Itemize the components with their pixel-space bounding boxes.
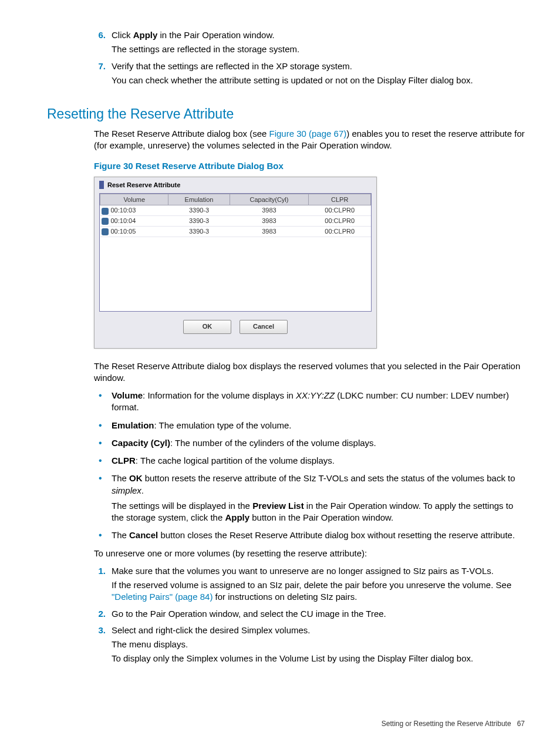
- bold-text: Cancel: [129, 530, 158, 540]
- page: 6. Click Apply in the Pair Operation win…: [0, 0, 560, 746]
- step-body: Verify that the settings are reflected i…: [112, 60, 525, 89]
- volume-table-container: Volume Emulation Capacity(Cyl) CLPR 00:1…: [99, 193, 372, 312]
- text: Go to the Pair Operation window, and sel…: [112, 608, 525, 620]
- bold-text: CLPR: [112, 455, 136, 465]
- text: You can check whether the attribute sett…: [112, 75, 525, 86]
- footer-text: Setting or Resetting the Reserve Attribu…: [382, 720, 511, 728]
- italic-text: simplex: [112, 485, 141, 495]
- step-number: 3.: [88, 625, 112, 667]
- step-number: 6.: [88, 29, 112, 58]
- text: The settings will be displayed in the: [112, 501, 252, 511]
- after-dialog-paragraph: The Reset Reserve Attribute dialog box d…: [94, 360, 525, 384]
- intro-paragraph: The Reset Reserve Attribute dialog box (…: [94, 128, 525, 152]
- dialog-button-row: OK Cancel: [95, 312, 376, 348]
- step-7: 7. Verify that the settings are reflecte…: [47, 60, 525, 89]
- list-item: The Cancel button closes the Reset Reser…: [94, 529, 525, 541]
- cell: 00:10:05: [111, 228, 136, 235]
- col-capacity[interactable]: Capacity(Cyl): [230, 194, 309, 205]
- figure-link[interactable]: Figure 30 (page 67): [269, 129, 347, 139]
- unreserve-intro: To unreserve one or more volumes (by res…: [94, 548, 525, 559]
- step-3: 3. Select and right-click the desired Si…: [47, 625, 525, 667]
- text: Click: [112, 30, 133, 40]
- text: The menu displays.: [112, 639, 525, 650]
- table-row[interactable]: 00:10:04 3390-3 3983 00:CLPR0: [100, 216, 371, 227]
- cancel-button[interactable]: Cancel: [239, 320, 288, 334]
- cell: 3390-3: [168, 216, 230, 227]
- col-clpr[interactable]: CLPR: [309, 194, 371, 205]
- step-body: Select and right-click the desired Simpl…: [112, 625, 525, 667]
- bold-text: Apply: [133, 30, 158, 40]
- cell: 3390-3: [168, 227, 230, 237]
- text: The settings are reflected in the storag…: [112, 43, 525, 55]
- volume-icon: [102, 208, 109, 215]
- text: Select and right-click the desired Simpl…: [112, 625, 525, 636]
- text: : The emulation type of the volume.: [154, 420, 292, 430]
- cell: 3983: [230, 216, 309, 227]
- bold-text: OK: [129, 473, 143, 483]
- figure-caption: Figure 30 Reset Reserve Attribute Dialog…: [94, 160, 525, 172]
- text: : The number of the cylinders of the vol…: [170, 438, 376, 448]
- bold-text: Apply: [225, 512, 249, 522]
- cell: 00:CLPR0: [309, 216, 371, 227]
- cell: 3983: [230, 205, 309, 216]
- deleting-pairs-link[interactable]: "Deleting Pairs" (page 84): [112, 592, 212, 602]
- text: .: [141, 485, 144, 495]
- cell: 00:10:04: [111, 217, 136, 224]
- volume-icon: [102, 228, 109, 235]
- col-emulation[interactable]: Emulation: [168, 194, 230, 205]
- step-6: 6. Click Apply in the Pair Operation win…: [47, 29, 525, 58]
- bold-text: Volume: [112, 390, 143, 400]
- list-item: CLPR: The cache logical partition of the…: [94, 455, 525, 467]
- cell: 3390-3: [168, 205, 230, 216]
- step-2: 2. Go to the Pair Operation window, and …: [47, 608, 525, 622]
- bold-text: Capacity (Cyl): [112, 438, 170, 448]
- dialog-title-text: Reset Reserve Attribute: [107, 181, 180, 190]
- step-1: 1. Make sure that the volumes you want t…: [47, 565, 525, 606]
- list-item: Capacity (Cyl): The number of the cylind…: [94, 437, 525, 449]
- ok-button[interactable]: OK: [183, 320, 231, 334]
- cell: 00:CLPR0: [309, 227, 371, 237]
- step-number: 2.: [88, 608, 112, 622]
- step-body: Click Apply in the Pair Operation window…: [112, 29, 525, 58]
- step-body: Go to the Pair Operation window, and sel…: [112, 608, 525, 622]
- page-number: 67: [517, 720, 525, 728]
- text: Make sure that the volumes you want to u…: [112, 565, 525, 577]
- table-header-row: Volume Emulation Capacity(Cyl) CLPR: [100, 194, 371, 205]
- text: If the reserved volume is assigned to an…: [112, 580, 511, 590]
- text: : The cache logical partition of the vol…: [136, 455, 335, 465]
- text: The: [112, 530, 129, 540]
- text: button in the Pair Operation window.: [249, 512, 393, 522]
- cell: 00:10:03: [111, 207, 136, 214]
- list-item: The OK button resets the reserve attribu…: [94, 472, 525, 524]
- list-item: Volume: Information for the volume displ…: [94, 390, 525, 414]
- cell: 00:CLPR0: [309, 205, 371, 216]
- title-decoration: [99, 181, 104, 189]
- cell: 3983: [230, 227, 309, 237]
- text: button resets the reserve attribute of t…: [143, 473, 515, 483]
- italic-text: XX:YY:ZZ: [296, 390, 335, 400]
- volume-icon: [102, 218, 109, 225]
- reset-reserve-dialog: Reset Reserve Attribute Volume Emulation…: [94, 177, 377, 349]
- page-footer: Setting or Resetting the Reserve Attribu…: [382, 719, 525, 728]
- text: for instructions on deleting SIz pairs.: [212, 592, 357, 602]
- dialog-titlebar: Reset Reserve Attribute: [95, 177, 376, 193]
- text: To display only the Simplex volumes in t…: [112, 653, 525, 664]
- section-heading: Resetting the Reserve Attribute: [47, 105, 525, 123]
- table-row[interactable]: 00:10:03 3390-3 3983 00:CLPR0: [100, 205, 371, 216]
- field-description-list: Volume: Information for the volume displ…: [94, 390, 525, 542]
- text: in the Pair Operation window.: [157, 30, 274, 40]
- volume-table: Volume Emulation Capacity(Cyl) CLPR 00:1…: [100, 194, 371, 237]
- text: The: [112, 473, 129, 483]
- step-number: 1.: [88, 565, 112, 606]
- text: : Information for the volume displays in: [143, 390, 296, 400]
- bold-text: Emulation: [112, 420, 154, 430]
- step-body: Make sure that the volumes you want to u…: [112, 565, 525, 606]
- bold-text: Preview List: [252, 501, 304, 511]
- col-volume[interactable]: Volume: [100, 194, 168, 205]
- step-number: 7.: [88, 60, 112, 89]
- text: The Reset Reserve Attribute dialog box (…: [94, 129, 269, 139]
- text: Verify that the settings are reflected i…: [112, 60, 525, 72]
- text: button closes the Reset Reserve Attribut…: [158, 530, 515, 540]
- table-row[interactable]: 00:10:05 3390-3 3983 00:CLPR0: [100, 227, 371, 237]
- list-item: Emulation: The emulation type of the vol…: [94, 420, 525, 431]
